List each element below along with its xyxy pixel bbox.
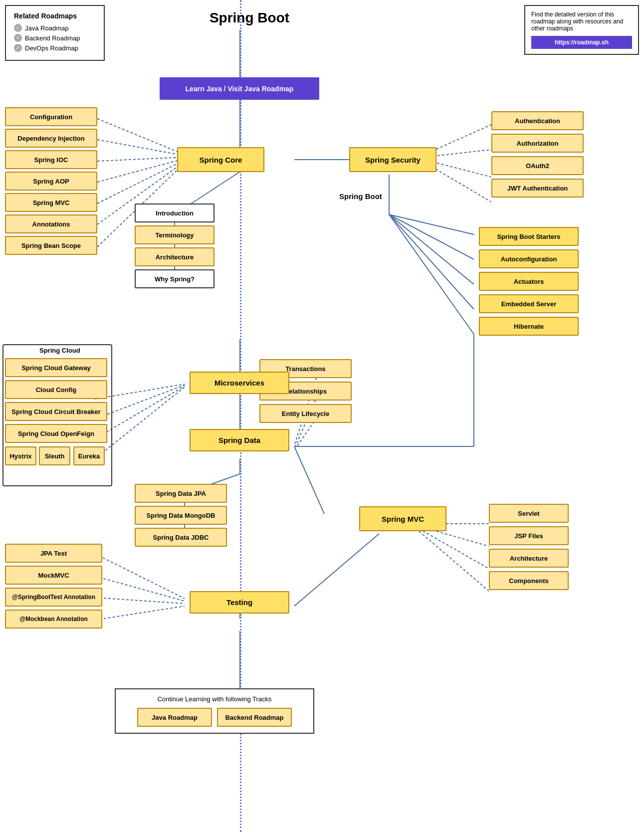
- svg-line-21: [389, 214, 474, 334]
- sleuth-box: Sleuth: [39, 446, 70, 465]
- svg-line-48: [294, 534, 379, 606]
- authentication-box: Authentication: [491, 111, 584, 130]
- autoconfiguration-box: Autoconfiguration: [479, 249, 579, 268]
- svg-line-42: [95, 598, 185, 604]
- svg-line-9: [97, 157, 185, 161]
- spring-core-box[interactable]: Spring Core: [177, 147, 264, 172]
- introduction-box: Introduction: [135, 204, 215, 222]
- related-item-devops[interactable]: ✓ DevOps Roadmap: [14, 44, 96, 52]
- architecture-mvc-box: Architecture: [489, 549, 569, 568]
- authorization-box: Authorization: [491, 134, 584, 153]
- svg-line-47: [419, 531, 489, 591]
- spring-data-jdbc-box: Spring Data JDBC: [135, 528, 227, 547]
- spring-aop-box: Spring AOP: [5, 172, 97, 191]
- configuration-box: Configuration: [5, 107, 97, 126]
- spring-cloud-label: Spring Cloud: [37, 347, 82, 354]
- check-icon-backend: ✓: [14, 34, 22, 42]
- svg-line-43: [95, 606, 185, 620]
- java-roadmap-btn[interactable]: Java Roadmap: [137, 708, 212, 727]
- svg-line-28: [294, 446, 324, 514]
- svg-line-19: [389, 214, 474, 284]
- info-text: Find the detailed version of this roadma…: [531, 11, 632, 32]
- svg-line-11: [97, 160, 185, 204]
- related-item-java[interactable]: ✓ Java Roadmap: [14, 24, 96, 32]
- servlet-box: Servlet: [489, 504, 569, 523]
- svg-line-7: [97, 119, 185, 155]
- related-roadmaps-box: Related Roadmaps ✓ Java Roadmap ✓ Backen…: [5, 5, 105, 61]
- svg-line-18: [389, 214, 474, 259]
- backend-roadmap-btn[interactable]: Backend Roadmap: [217, 708, 292, 727]
- mock-mvc-box: MockMVC: [5, 566, 102, 585]
- svg-line-17: [389, 214, 474, 234]
- annotations-box: Annotations: [5, 214, 97, 233]
- spring-data-mongodb-box: Spring Data MongoDB: [135, 506, 227, 525]
- continue-title: Continue Learning with following Tracks: [157, 695, 271, 703]
- continue-buttons: Java Roadmap Backend Roadmap: [137, 708, 292, 727]
- cloud-config-box: Cloud Config: [5, 380, 107, 399]
- related-item-backend[interactable]: ✓ Backend Roadmap: [14, 34, 96, 42]
- check-icon-devops: ✓: [14, 44, 22, 52]
- spring-data-jpa-box: Spring Data JPA: [135, 484, 227, 503]
- spring-cloud-openfeign-box: Spring Cloud OpenFeign: [5, 424, 107, 443]
- springboottest-box: @SpringBootTest Annotation: [5, 588, 102, 607]
- hystrix-box: Hystrix: [5, 446, 36, 465]
- related-heading: Related Roadmaps: [14, 12, 96, 20]
- check-icon-java: ✓: [14, 24, 22, 32]
- svg-line-20: [389, 214, 474, 309]
- hibernate-box: Hibernate: [479, 317, 579, 336]
- page-title: Spring Boot: [175, 10, 324, 26]
- svg-line-8: [97, 140, 185, 156]
- jpa-test-box: JPA Test: [5, 544, 102, 563]
- architecture-core-box: Architecture: [135, 247, 215, 266]
- testing-box[interactable]: Testing: [190, 591, 289, 614]
- svg-line-41: [95, 576, 185, 601]
- embedded-server-box: Embedded Server: [479, 294, 579, 313]
- roadmap-container: Related Roadmaps ✓ Java Roadmap ✓ Backen…: [0, 0, 644, 832]
- spring-security-box[interactable]: Spring Security: [349, 147, 436, 172]
- entity-lifecycle-box: Entity Lifecycle: [259, 404, 352, 423]
- mockbean-box: @Mockbean Annotation: [5, 610, 102, 628]
- spring-mvc-left-box: Spring MVC: [5, 193, 97, 212]
- jwt-box: JWT Authentication: [491, 179, 584, 198]
- spring-ioc-box: Spring IOC: [5, 150, 97, 169]
- jsp-files-box: JSP Files: [489, 526, 569, 545]
- learn-java-box[interactable]: Learn Java / Visit Java Roadmap: [160, 77, 319, 100]
- microservices-box[interactable]: Microservices: [190, 372, 289, 394]
- spring-bean-scope-box: Spring Bean Scope: [5, 236, 97, 255]
- components-box: Components: [489, 571, 569, 590]
- spring-boot-label: Spring Boot: [339, 192, 382, 201]
- actuators-box: Actuators: [479, 272, 579, 291]
- eureka-box: Eureka: [73, 446, 105, 465]
- dependency-injection-box: Dependency Injection: [5, 129, 97, 148]
- spring-data-box[interactable]: Spring Data: [190, 429, 289, 451]
- info-box: Find the detailed version of this roadma…: [524, 5, 639, 55]
- spring-boot-starters-box: Spring Boot Starters: [479, 227, 579, 246]
- spring-cloud-circuit-box: Spring Cloud Circuit Breaker: [5, 402, 107, 421]
- spring-mvc-right-box[interactable]: Spring MVC: [359, 506, 446, 531]
- roadmap-link[interactable]: https://roadmap.sh: [531, 36, 632, 49]
- svg-line-46: [419, 529, 489, 569]
- spring-cloud-gateway-box: Spring Cloud Gateway: [5, 358, 107, 377]
- svg-line-40: [95, 554, 185, 599]
- continue-learning-box: Continue Learning with following Tracks …: [115, 688, 314, 734]
- terminology-box: Terminology: [135, 225, 215, 244]
- why-spring-box: Why Spring?: [135, 269, 215, 288]
- svg-line-10: [97, 159, 185, 182]
- oauth2-box: OAuth2: [491, 156, 584, 175]
